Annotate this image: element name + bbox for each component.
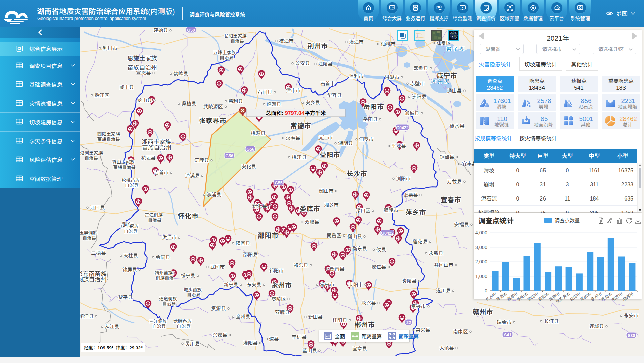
svg-text:莲花县: 莲花县 [413,238,428,245]
svg-text:仙桃市: 仙桃市 [381,40,396,47]
svg-text:武冈市: 武冈市 [210,263,225,270]
svg-text:自治县: 自治县 [231,37,244,44]
svg-text:黎平县: 黎平县 [118,293,133,300]
svg-text:汨罗市: 汨罗市 [359,135,374,142]
svg-text:华容县: 华容县 [327,91,342,98]
svg-text:嘉鱼县: 嘉鱼县 [413,64,428,71]
svg-text:潜江市: 潜江市 [349,38,364,45]
svg-text:岳阳县: 岳阳县 [363,115,378,122]
svg-text:S41: S41 [504,333,511,337]
svg-text:长沙市: 长沙市 [347,168,367,178]
svg-text:上栗县: 上栗县 [403,191,418,198]
svg-text:枝江市: 枝江市 [279,37,294,44]
svg-text:鹤峰县: 鹤峰县 [173,70,188,77]
svg-text:G56: G56 [246,147,254,152]
svg-text:自治县: 自治县 [177,323,191,329]
svg-text:长汀县: 长汀县 [544,317,559,324]
svg-text:南岳区: 南岳区 [327,231,341,239]
svg-text:江陵县: 江陵县 [318,60,333,67]
svg-text:沅陵县: 沅陵县 [194,156,209,164]
svg-text:P: P [436,5,439,10]
svg-text:怀化市: 怀化市 [178,211,199,220]
svg-text:兴安县: 兴安县 [212,331,227,338]
svg-text:从江县: 从江县 [105,323,119,330]
svg-text:恩施土家族: 恩施土家族 [127,53,157,62]
svg-text:洪江市: 洪江市 [162,233,177,241]
svg-text:苗族自治县: 苗族自治县 [97,135,120,142]
svg-text:灌阳县: 灌阳县 [243,339,258,346]
svg-text:花垣县: 花垣县 [141,154,156,161]
svg-text:利川市: 利川市 [103,44,117,51]
svg-text:慈利县: 慈利县 [228,97,243,104]
svg-text:衡南县: 衡南县 [330,265,345,272]
svg-text:道县: 道县 [269,335,279,342]
svg-text:铜鼓县: 铜鼓县 [440,153,454,160]
svg-text:全州县: 全州县 [236,313,250,320]
svg-text:醴陵市: 醴陵市 [384,206,398,213]
svg-text:双牌县: 双牌县 [275,308,290,315]
svg-text:祁阳市: 祁阳市 [269,267,284,274]
svg-text:永兴县: 永兴县 [361,299,376,306]
svg-text:瑞金市: 瑞金市 [497,318,512,325]
svg-text:资源县: 资源县 [211,304,226,312]
svg-text:井冈山市: 井冈山市 [434,261,453,268]
svg-text:梁 子 湖: 梁 子 湖 [446,45,464,52]
svg-text:临澧县: 临澧县 [267,100,281,107]
svg-text:榕江县: 榕江县 [80,312,94,319]
svg-text:常德市: 常德市 [290,120,311,130]
svg-text:G0422: G0422 [396,125,409,130]
svg-text:公安县: 公安县 [295,59,310,66]
svg-text:汉寿县: 汉寿县 [286,134,300,141]
svg-text:G50: G50 [187,28,195,33]
svg-text:通城县: 通城县 [405,109,419,116]
svg-text:桑植县: 桑植县 [182,100,196,107]
svg-text:衡山县: 衡山县 [347,232,362,240]
svg-text:永安市: 永安市 [624,312,639,319]
svg-text:自治县: 自治县 [85,154,98,161]
svg-text:G0422: G0422 [381,231,394,236]
svg-text:3,000: 3,000 [475,245,487,250]
svg-text:新田县: 新田县 [308,313,323,320]
svg-text:湘潭市: 湘潭市 [505,291,518,302]
svg-text:资兴市: 资兴市 [411,302,426,310]
svg-text:株洲市: 株洲市 [495,291,508,302]
svg-text:沅江市: 沅江市 [318,134,333,141]
svg-text:浏阳市: 浏阳市 [396,175,411,182]
svg-text:自治县: 自治县 [152,323,166,329]
svg-text:黔江区: 黔江区 [94,91,109,98]
svg-text:吉首市: 吉首市 [154,169,169,176]
svg-text:自治县: 自治县 [124,228,138,234]
svg-text:建始县: 建始县 [153,27,168,33]
svg-text:0: 0 [485,288,487,293]
svg-text:张家界市: 张家界市 [199,115,227,125]
svg-text:赤壁市: 赤壁市 [410,80,425,87]
svg-text:湘西州: 湘西州 [621,291,634,302]
svg-text:宜春市: 宜春市 [441,194,461,204]
svg-text:遂川县: 遂川县 [436,287,451,294]
svg-text:自治县: 自治县 [83,234,96,241]
svg-text:邵阳市: 邵阳市 [526,291,539,302]
svg-text:监利市: 监利市 [349,72,364,79]
svg-text:咸丰县: 咸丰县 [119,83,134,90]
svg-text:永州市: 永州市 [590,291,603,302]
svg-text:双峰县: 双峰县 [305,218,319,225]
svg-text:安乡县: 安乡县 [305,99,320,106]
svg-text:平江县: 平江县 [391,142,406,149]
svg-text:苗族自治州: 苗族自治州 [142,143,171,151]
svg-text:铜仁: 铜仁 [122,220,134,228]
svg-text:灵川县: 灵川县 [185,340,200,347]
svg-text:邵阳县: 邵阳县 [243,251,258,258]
svg-text:隆回县: 隆回县 [236,239,250,246]
svg-text:斧 头 湖: 斧 头 湖 [431,78,449,85]
svg-text:连城县: 连城县 [589,322,604,329]
svg-text:石首市: 石首市 [320,80,335,87]
svg-text:江口县: 江口县 [90,204,105,211]
svg-text:龙山县: 龙山县 [137,96,152,103]
svg-text:炎陵县: 炎陵县 [402,277,417,284]
svg-text:渌口区: 渌口区 [356,207,370,214]
svg-text:娄底市: 娄底市 [299,203,320,213]
svg-text:韶山市: 韶山市 [319,187,334,194]
svg-text:桂阳县: 桂阳县 [332,316,347,323]
svg-text:宜章县: 宜章县 [352,344,367,352]
svg-text:南康区: 南康区 [453,328,468,335]
